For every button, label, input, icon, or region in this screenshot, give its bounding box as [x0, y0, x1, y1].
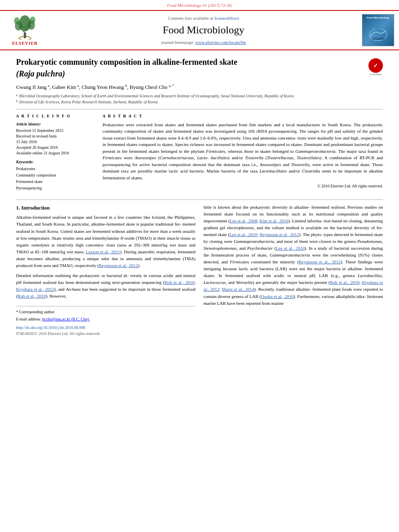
keyword-1: Prokaryotes [16, 166, 95, 172]
email-line: E-mail address: bccho@snu.ac.kr (B.C. Ch… [16, 316, 195, 322]
cover-image-svg [366, 23, 390, 43]
email-label: E-mail address: [16, 317, 41, 321]
received-text: Received 15 September 2015 [16, 128, 95, 134]
affil-super-b: b [16, 99, 18, 105]
ref-marui[interactable]: Marui et al., 2014 [222, 287, 254, 292]
issn-line: 0740-0020/© 2016 Elsevier Ltd. All right… [16, 331, 195, 337]
corresponding-author-note: * Corresponding author. [16, 309, 195, 315]
sciencedirect-link[interactable]: ScienceDirect [214, 16, 239, 21]
journal-title: Food Microbiology [49, 23, 358, 37]
ref-roh2[interactable]: Roh et al., 2010 [18, 294, 46, 298]
cover-image: Food Microbiology [362, 14, 394, 46]
keyword-2: Community composition [16, 172, 95, 179]
elsevier-tree-icon [10, 14, 39, 39]
crossmark-badge[interactable]: ✓ CrossMark [368, 58, 383, 77]
affil-marker-b: b [125, 84, 127, 88]
ref-reynisson1[interactable]: Reynisson et al., 2012 [99, 263, 138, 268]
ref-kiyohara1[interactable]: Kiyohara et al., 2012 [16, 287, 54, 292]
sciencedirect-prefix: Contents lists available at [168, 16, 213, 21]
ref-lee2008[interactable]: Lee et al., 2008 [230, 218, 257, 223]
affil-a-text: Microbial Oceanography Laboratory, Schoo… [19, 93, 294, 99]
journal-cover: Food Microbiology [362, 14, 394, 46]
article-info-column: A R T I C L E I N F O Article history: R… [16, 113, 95, 195]
affil-marker-a: a [48, 84, 49, 88]
ref-reynisson2[interactable]: Reynisson et al., 2012 [259, 232, 299, 237]
keyword-4: Pyrosequencing [16, 185, 95, 191]
title-block: Prokaryotic community composition in alk… [16, 57, 237, 79]
article-content: Prokaryotic community composition in alk… [0, 50, 399, 343]
ref-roh3[interactable]: Roh et al., 2010 [330, 280, 359, 285]
keyword-3: Fermented skate [16, 179, 95, 185]
elsevier-logo: ELSEVIER [5, 14, 45, 46]
crossmark-icon: ✓ [368, 58, 383, 73]
ref-ouoba[interactable]: Ouoba et al., 2010 [261, 294, 294, 299]
affiliations: a Microbial Oceanography Laboratory, Sch… [16, 93, 383, 105]
body-para-2: Detailed information outlining the proka… [16, 272, 195, 300]
body-column-right: little is known about the prokaryotic di… [204, 204, 383, 337]
ref-reynisson3[interactable]: Reynisson et al., 2012 [299, 259, 341, 264]
body-para-right-1: little is known about the prokaryotic di… [204, 204, 383, 307]
footnote-section: * Corresponding author. E-mail address: … [16, 306, 195, 322]
doi-line[interactable]: http://dx.doi.org/10.1016/j.fm.2016.08.0… [16, 325, 195, 331]
article-info-label: A R T I C L E I N F O [16, 113, 95, 119]
journal-reference: Food Microbiology 61 (2017) 72–82 [0, 0, 399, 10]
elsevier-tree-svg [10, 14, 39, 39]
affil-marker-a2: a [77, 84, 79, 88]
ref-lee2010[interactable]: Lee et al., 2010 [230, 232, 257, 237]
abstract-label: A B S T R A C T [103, 113, 383, 119]
ref-kim2010[interactable]: Kim et al., 2010 [259, 218, 288, 223]
crossmark-label: CrossMark [368, 73, 383, 77]
article-title-line1: Prokaryotic community composition in alk… [16, 57, 237, 67]
body-column-left: 1. Introduction Alkaline-fermented seafo… [16, 204, 195, 337]
elsevier-brand-text: ELSEVIER [12, 40, 38, 46]
accepted-text: Accepted 26 August 2016 [16, 145, 95, 150]
article-history-group: Article history: Received 15 September 2… [16, 121, 95, 156]
ref-lee2010b[interactable]: Lee et al., 2010 [276, 246, 305, 251]
affil-b-line: b Division of Life Sciences, Korea Polar… [16, 99, 383, 105]
info-abstract-section: A R T I C L E I N F O Article history: R… [16, 113, 383, 195]
svg-point-9 [30, 16, 35, 24]
header-bar: ELSEVIER Contents lists available at Sci… [0, 10, 399, 50]
body-para-1: Alkaline-fermented seafood is unique and… [16, 214, 195, 269]
svg-rect-12 [372, 38, 384, 40]
keywords-title: Keywords: [16, 159, 95, 165]
affil-a-line: a Microbial Oceanography Laboratory, Sch… [16, 93, 383, 99]
affil-super-a: a [16, 93, 18, 99]
abstract-column: A B S T R A C T Prokaryotes were extract… [103, 113, 383, 195]
affil-marker-a3: a, * [169, 84, 174, 88]
svg-point-8 [14, 17, 20, 25]
authors-line: Gwang Il Jang a, Gahee Kim a, Chung Yeon… [16, 83, 383, 91]
sciencedirect-line: Contents lists available at ScienceDirec… [49, 15, 358, 21]
divider-2 [16, 199, 383, 200]
svg-point-11 [374, 27, 382, 35]
divider-1 [16, 109, 383, 109]
homepage-link[interactable]: www.elsevier.com/locate/fm [195, 40, 246, 45]
article-title-line2: (Raja pulchra) [16, 68, 237, 79]
title-row: Prokaryotic community composition in alk… [16, 57, 383, 79]
history-title: Article history: [16, 121, 95, 127]
available-text: Available online 31 August 2016 [16, 150, 95, 156]
ref-laxson[interactable]: Laxson et al., 2011 [86, 249, 120, 254]
homepage-prefix: journal homepage: [161, 40, 194, 45]
header-center: Contents lists available at ScienceDirec… [49, 15, 358, 45]
homepage-line: journal homepage: www.elsevier.com/locat… [49, 39, 358, 45]
body-section: 1. Introduction Alkaline-fermented seafo… [16, 204, 383, 337]
email-link[interactable]: bccho@snu.ac.kr (B.C. Cho). [42, 317, 90, 321]
cover-label: Food Microbiology [362, 16, 394, 20]
svg-rect-0 [24, 33, 26, 38]
abstract-text: Prokaryotes were extracted from skates a… [103, 121, 383, 181]
ref-roh1[interactable]: Roh et al., 2010 [165, 280, 194, 285]
revised-text: Received in revised form [16, 134, 95, 139]
affil-b-text: Division of Life Sciences, Korea Polar R… [19, 99, 158, 105]
revised2-text: 15 July 2016 [16, 139, 95, 145]
intro-heading: 1. Introduction [16, 204, 195, 212]
keywords-group: Keywords: Prokaryotes Community composit… [16, 159, 95, 191]
copyright-line: © 2016 Elsevier Ltd. All rights reserved… [103, 183, 383, 189]
